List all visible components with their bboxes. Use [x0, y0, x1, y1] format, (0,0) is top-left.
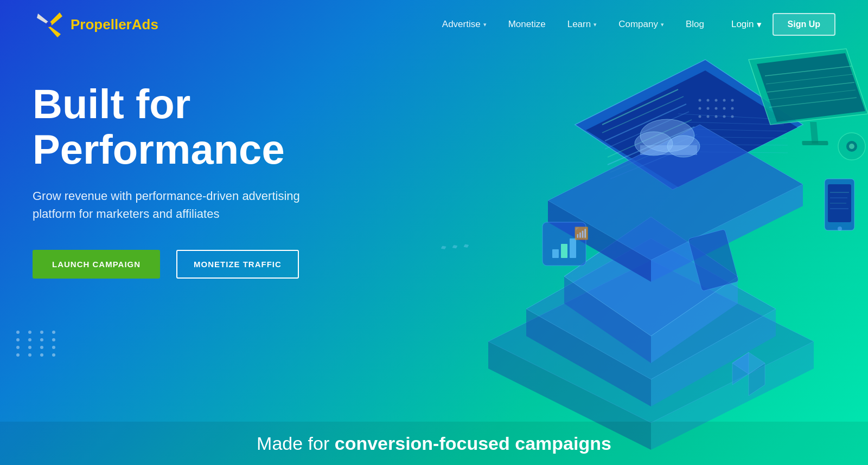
- nav-item-company[interactable]: Company ▾: [618, 19, 664, 30]
- svg-text:📶: 📶: [574, 226, 589, 241]
- svg-point-69: [699, 107, 701, 110]
- svg-point-71: [715, 107, 718, 110]
- svg-point-70: [707, 107, 710, 110]
- svg-point-74: [699, 115, 701, 118]
- svg-point-76: [715, 115, 718, 118]
- svg-point-67: [723, 99, 726, 102]
- svg-rect-52: [640, 145, 697, 155]
- svg-point-77: [723, 115, 726, 118]
- svg-point-75: [707, 115, 710, 118]
- svg-point-65: [707, 99, 710, 102]
- hero-title: Built for Performance: [33, 81, 347, 172]
- svg-point-73: [731, 107, 734, 110]
- hero-subtitle: Grow revenue with performance-driven adv…: [33, 187, 304, 223]
- nav-item-monetize[interactable]: Monetize: [508, 19, 546, 30]
- nav-auth: Login ▾ Sign Up: [731, 13, 835, 36]
- navbar: PropellerAds Advertise ▾ Monetize Learn …: [0, 0, 868, 49]
- logo-link[interactable]: PropellerAds: [33, 8, 158, 41]
- hero-illustration: 📶: [380, 16, 868, 461]
- nav-links: Advertise ▾ Monetize Learn ▾ Company ▾ B…: [442, 19, 704, 30]
- svg-rect-39: [810, 122, 818, 144]
- chevron-down-icon: ▾: [483, 21, 487, 28]
- launch-campaign-button[interactable]: LAUNCH CAMPAIGN: [33, 250, 160, 279]
- svg-point-72: [723, 107, 726, 110]
- svg-point-0: [46, 22, 52, 27]
- svg-rect-40: [802, 141, 828, 145]
- nav-item-blog[interactable]: Blog: [686, 19, 704, 30]
- svg-point-47: [838, 227, 842, 231]
- svg-rect-55: [561, 244, 567, 258]
- svg-point-64: [699, 99, 701, 102]
- hero-section: 📶 Built for Performan: [0, 49, 868, 422]
- decorative-dots: [16, 331, 60, 357]
- bottom-tagline-bar: Made for conversion-focused campaigns: [0, 422, 868, 465]
- chevron-down-icon: ▾: [593, 21, 597, 28]
- svg-rect-31: [463, 244, 469, 248]
- nav-item-advertise[interactable]: Advertise ▾: [442, 19, 487, 30]
- svg-point-63: [849, 144, 854, 149]
- nav-item-learn[interactable]: Learn ▾: [567, 19, 597, 30]
- signup-button[interactable]: Sign Up: [773, 13, 835, 36]
- login-button[interactable]: Login ▾: [731, 19, 762, 30]
- monetize-traffic-button[interactable]: MONETIZE TRAFFIC: [176, 250, 299, 279]
- svg-rect-56: [570, 238, 576, 258]
- chevron-down-icon: ▾: [757, 19, 762, 30]
- bottom-tagline-text: Made for conversion-focused campaigns: [257, 433, 611, 454]
- svg-point-66: [715, 99, 718, 102]
- svg-point-78: [731, 115, 734, 118]
- svg-point-68: [731, 99, 734, 102]
- logo-icon: [33, 8, 65, 41]
- chevron-down-icon: ▾: [661, 21, 664, 28]
- svg-rect-29: [441, 246, 446, 249]
- svg-rect-30: [452, 245, 457, 248]
- brand-name: PropellerAds: [71, 16, 158, 33]
- svg-rect-54: [552, 249, 559, 258]
